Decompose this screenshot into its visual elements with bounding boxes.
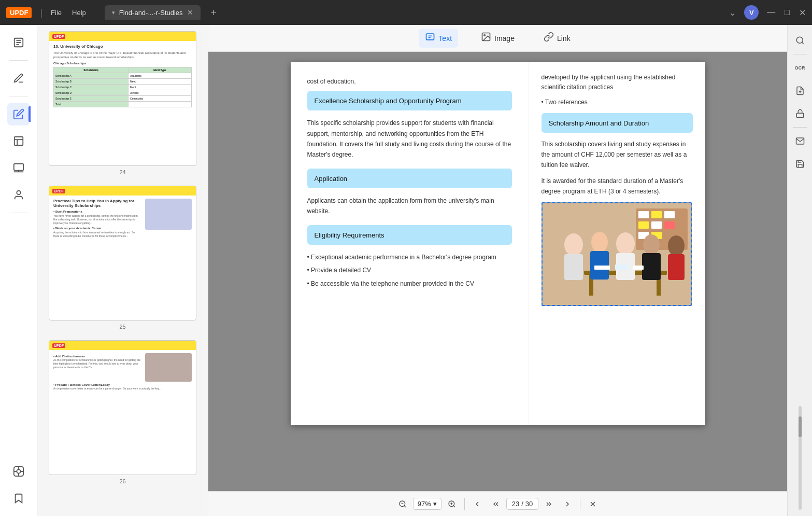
- image-icon: [481, 32, 491, 45]
- titlebar-separator: |: [40, 7, 42, 18]
- right-export-icon[interactable]: [791, 81, 809, 100]
- svg-rect-28: [651, 221, 662, 229]
- active-tab[interactable]: ▾ Find-and-...-r-Studies ✕: [105, 5, 201, 20]
- svg-rect-38: [590, 251, 609, 280]
- close-button[interactable]: ✕: [799, 8, 806, 18]
- thumbnail-page-24[interactable]: UPDF 10. University of Chicago The Unive…: [46, 31, 200, 175]
- scrollbar-thumb[interactable]: [799, 416, 802, 437]
- sidebar-item-convert[interactable]: [7, 130, 30, 152]
- thumbnail-page-26[interactable]: UPDF • Add Distinctiveness As the compet…: [46, 340, 200, 484]
- thumb-header-26: UPDF: [49, 341, 196, 350]
- toolbar-image[interactable]: Image: [475, 29, 521, 48]
- tab-close-button[interactable]: ✕: [187, 8, 193, 17]
- first-page-button[interactable]: [488, 496, 504, 512]
- sidebar-item-bookmark[interactable]: [7, 487, 30, 510]
- thumb-logo-26: UPDF: [52, 343, 65, 348]
- sidebar-item-ai[interactable]: [7, 460, 30, 483]
- thumbnail-page-25[interactable]: UPDF Practical Tips to Help You in Apply…: [46, 186, 200, 330]
- zoom-selector[interactable]: 97% ▾: [413, 498, 441, 510]
- svg-rect-4: [14, 137, 23, 146]
- pdf-section1-label: Excellence Scholarship and Opportunity P…: [315, 97, 462, 105]
- window-controls: — □ ✕: [767, 8, 806, 18]
- right-share-icon[interactable]: [791, 132, 809, 150]
- pdf-right-bullet2: • Two references: [542, 97, 693, 107]
- left-sidebar: [0, 25, 37, 516]
- svg-rect-46: [615, 264, 628, 270]
- center-area: Text Image: [208, 25, 787, 516]
- maximize-button[interactable]: □: [785, 8, 790, 18]
- svg-rect-62: [796, 113, 804, 117]
- svg-point-37: [591, 232, 608, 253]
- svg-rect-17: [426, 34, 434, 40]
- sidebar-item-annotate[interactable]: [7, 67, 30, 90]
- minimize-button[interactable]: —: [767, 8, 775, 18]
- right-sidebar: OCR: [787, 25, 812, 516]
- svg-rect-29: [664, 221, 675, 229]
- close-bottom-button[interactable]: [585, 496, 601, 512]
- pdf-section3-label: Eligibility Requirements: [315, 231, 384, 239]
- svg-rect-42: [642, 253, 661, 280]
- thumb-frame-24: UPDF 10. University of Chicago The Unive…: [49, 31, 196, 166]
- thumb-table-24: ScholarshipMerit Type Scholarship AAcade…: [53, 67, 192, 107]
- pdf-page: cost of education. Excellence Scholarshi…: [291, 62, 705, 425]
- toolbar-link[interactable]: Link: [537, 29, 577, 48]
- thumb-title-25: Practical Tips to Help You in Applying f…: [53, 199, 142, 208]
- pdf-image-selection[interactable]: [542, 202, 692, 306]
- svg-point-35: [564, 233, 583, 256]
- tabs-chevron-icon[interactable]: ⌄: [729, 8, 736, 18]
- insert-toolbar: Text Image: [208, 25, 787, 52]
- toolbar-link-label: Link: [557, 34, 571, 43]
- zoom-out-button[interactable]: [394, 496, 411, 512]
- right-lock-icon[interactable]: [791, 104, 809, 123]
- thumb-frame-25: UPDF Practical Tips to Help You in Apply…: [49, 186, 196, 320]
- right-ocr-icon[interactable]: OCR: [791, 59, 809, 77]
- thumb-header-25: UPDF: [49, 186, 196, 196]
- thumb-num-26: 26: [119, 478, 125, 484]
- user-avatar[interactable]: V: [744, 5, 759, 20]
- elig-item-2: • Provide a detailed CV: [307, 265, 512, 276]
- toolbar-text[interactable]: Text: [419, 29, 458, 48]
- toolbar-text-label: Text: [438, 34, 452, 43]
- sidebar-item-organize[interactable]: [7, 157, 30, 179]
- svg-point-39: [616, 232, 635, 255]
- main-layout: UPDF 10. University of Chicago The Unive…: [0, 25, 812, 516]
- menu-help[interactable]: Help: [72, 9, 86, 17]
- sidebar-divider-3: [9, 213, 28, 213]
- sidebar-item-edit[interactable]: [7, 103, 30, 125]
- pdf-scholarship-body2: It is awarded for the standard duration …: [542, 176, 693, 197]
- thumb-right-25: [145, 199, 192, 317]
- svg-rect-27: [638, 221, 649, 229]
- sidebar-item-read[interactable]: [7, 31, 30, 54]
- svg-line-52: [453, 506, 455, 507]
- menu-file[interactable]: File: [51, 9, 62, 17]
- page-indicator[interactable]: 23 / 30: [506, 498, 539, 510]
- pdf-image-container[interactable]: [542, 202, 693, 306]
- pdf-section2-body: Applicants can obtain the application fo…: [307, 196, 512, 217]
- pdf-section1-box: Excellence Scholarship and Opportunity P…: [307, 91, 512, 110]
- toolbar-image-label: Image: [494, 34, 515, 43]
- zoom-in-button[interactable]: [444, 496, 460, 512]
- sidebar-item-sign[interactable]: [7, 184, 30, 206]
- thumb-col-left-26: • Add Distinctiveness As the competition…: [53, 353, 142, 382]
- thumb-text1-25: You have never applied for a scholarship…: [53, 214, 142, 225]
- prev-page-button[interactable]: [469, 496, 486, 512]
- pdf-section2-label: Application: [315, 175, 348, 183]
- new-tab-button[interactable]: +: [211, 7, 217, 19]
- thumb-left-25: Practical Tips to Help You in Applying f…: [53, 199, 142, 317]
- bottom-bar: 97% ▾: [208, 491, 787, 516]
- tab-dropdown-icon[interactable]: ▾: [112, 9, 115, 16]
- thumb-title-24: 10. University of Chicago: [53, 44, 192, 49]
- right-save-icon[interactable]: [791, 155, 809, 173]
- thumb-frame-26: UPDF • Add Distinctiveness As the compet…: [49, 340, 196, 475]
- pdf-section3-box: Eligibility Requirements: [307, 225, 512, 245]
- scrollbar-track[interactable]: [799, 406, 802, 510]
- right-search-icon[interactable]: [791, 31, 809, 50]
- svg-rect-25: [651, 211, 662, 218]
- svg-point-43: [668, 235, 685, 256]
- last-page-button[interactable]: [540, 496, 557, 512]
- thumb-bullet1-25: • Start Preparations: [53, 210, 142, 213]
- pdf-viewer[interactable]: cost of education. Excellence Scholarshi…: [208, 52, 787, 491]
- next-page-button[interactable]: [559, 496, 576, 512]
- classroom-image: [543, 203, 691, 305]
- thumb-content-24: 10. University of Chicago The University…: [49, 41, 196, 165]
